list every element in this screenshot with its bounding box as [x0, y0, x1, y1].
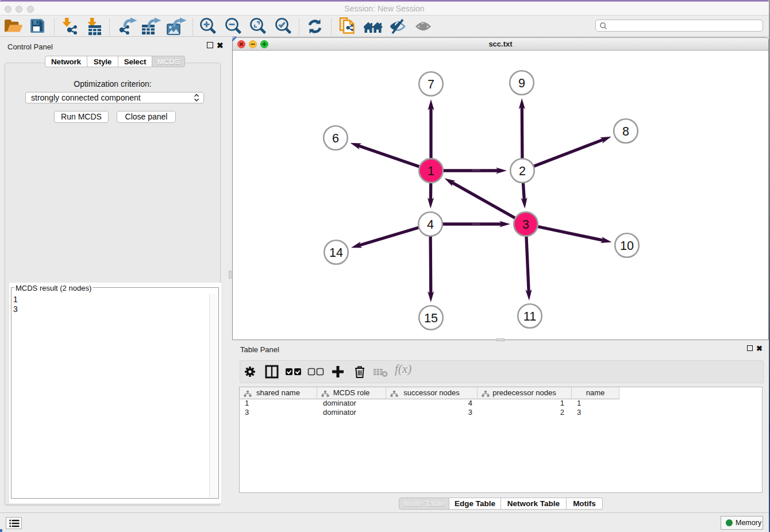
svg-text:8: 8: [622, 125, 629, 138]
svg-text:7: 7: [428, 78, 434, 91]
svg-text:14: 14: [329, 246, 343, 260]
svg-text:2: 2: [519, 164, 526, 178]
svg-text:15: 15: [424, 311, 438, 325]
svg-text:10: 10: [620, 239, 634, 253]
svg-text:4: 4: [427, 218, 434, 232]
svg-text:1: 1: [428, 164, 434, 178]
svg-text:11: 11: [523, 310, 536, 323]
svg-text:3: 3: [522, 218, 529, 232]
svg-text:9: 9: [518, 76, 525, 90]
svg-text:6: 6: [332, 132, 339, 145]
